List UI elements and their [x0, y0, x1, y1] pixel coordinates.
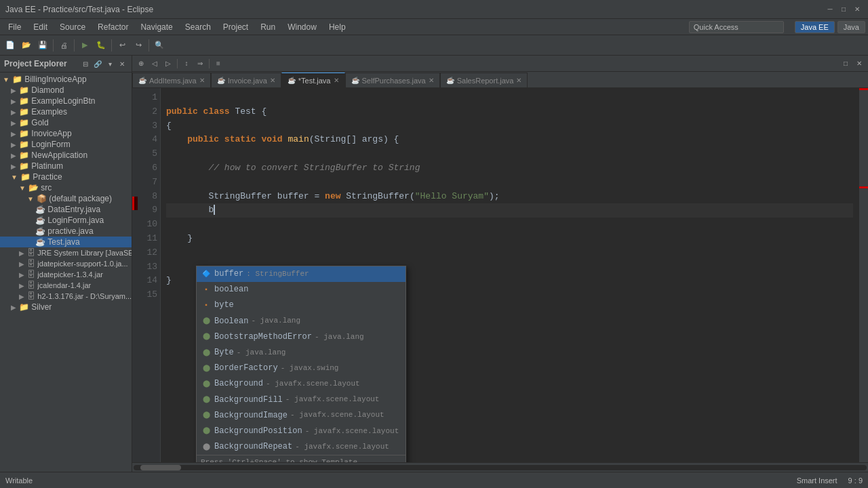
tree-item-test-java[interactable]: ☕ Test.java [0, 237, 132, 247]
editor-max-btn[interactable]: □ [840, 58, 852, 70]
undo-button[interactable]: ↩ [115, 38, 130, 53]
editor-btn-1[interactable]: ⊕ [135, 58, 147, 70]
minimize-button[interactable]: ─ [825, 4, 835, 15]
tree-item-practice[interactable]: ▼ 📁 Practice [0, 171, 132, 182]
horizontal-scrollbar[interactable] [132, 462, 868, 472]
ac-item-buffer[interactable]: 🔷 buffer : StringBuffer [197, 266, 406, 282]
ac-item-boolean-class[interactable]: ⬤ Boolean - java.lang [197, 314, 406, 329]
print-button[interactable]: 🖨 [56, 38, 71, 53]
editor-close-btn[interactable]: ✕ [853, 58, 865, 70]
tree-item-default-package[interactable]: ▼ 📦 (default package) [0, 193, 132, 204]
tree-item-loginform-java[interactable]: ☕ LoginForm.java [0, 215, 132, 226]
save-button[interactable]: 💾 [35, 38, 50, 53]
ac-class-backgroundfill-pkg: - javafx.scene.layout [285, 394, 380, 406]
ac-item-background[interactable]: ⬤ Background - javafx.scene.layout [197, 376, 406, 392]
ac-item-bootstrapmethoderror[interactable]: ⬤ BootstrapMethodError - java.lang [197, 329, 406, 345]
ac-item-byte-prim[interactable]: ▪ byte [197, 298, 406, 313]
close-tab-salesreport[interactable]: ✕ [516, 77, 521, 84]
ac-class-icon-2: ⬤ [201, 331, 212, 342]
ac-var-icon: 🔷 [201, 269, 212, 280]
ed-sep-1 [177, 59, 178, 68]
tree-item-silver[interactable]: ▶ 📁 Silver [0, 302, 132, 312]
pe-menu-button[interactable]: ▾ [104, 58, 115, 69]
close-button[interactable]: ✕ [852, 4, 863, 15]
ac-item-backgroundfill[interactable]: ⬤ BackgroundFill - javafx.scene.layout [197, 392, 406, 408]
close-tab-selfpurchases[interactable]: ✕ [429, 77, 434, 84]
menu-project[interactable]: Project [218, 21, 254, 33]
tree-item-newapplication[interactable]: ▶ 📁 NewApplication [0, 150, 132, 161]
menu-file[interactable]: File [3, 21, 26, 33]
right-margin [859, 88, 868, 462]
tab-test[interactable]: ☕ *Test.java ✕ [281, 73, 345, 87]
menu-refactor[interactable]: Refactor [92, 21, 134, 33]
tree-item-jre[interactable]: ▶ 🗄 JRE System Library [JavaSE-...] [0, 247, 132, 258]
editor-btn-2[interactable]: ◁ [149, 58, 161, 70]
ac-item-backgroundimage[interactable]: ⬤ BackgroundImage - javafx.scene.layout [197, 408, 406, 424]
ac-class-boolean: Boolean [214, 315, 248, 328]
ac-class-byte: Byte [214, 346, 234, 359]
code-line-9: b [166, 203, 853, 218]
redo-button[interactable]: ↪ [131, 38, 146, 53]
pe-close-button[interactable]: ✕ [117, 58, 127, 69]
ac-item-byte-class[interactable]: ⬤ Byte - java.lang [197, 345, 406, 361]
close-tab-invoice[interactable]: ✕ [270, 77, 275, 84]
tree-item-platinum[interactable]: ▶ 📁 Platinum [0, 161, 132, 171]
tree-item-jdatepicker-support[interactable]: ▶ 🗄 jdatepicker-support-1.0.ja... [0, 258, 132, 269]
tree-item-loginform[interactable]: ▶ 📁 LoginForm [0, 139, 132, 150]
ac-footer: Press 'Ctrl+Space' to show Template Prop… [197, 455, 406, 462]
debug-button[interactable]: 🐛 [94, 38, 108, 53]
close-tab-additems[interactable]: ✕ [199, 77, 205, 84]
code-line-12 [166, 246, 853, 260]
ac-item-borderfactory[interactable]: ⬤ BorderFactory - javax.swing [197, 361, 406, 376]
tree-item-examples[interactable]: ▶ 📁 Examples [0, 106, 132, 117]
editor-btn-5[interactable]: ⇒ [194, 58, 206, 70]
tree-item-h2[interactable]: ▶ 🗄 h2-1.3.176.jar - D:\Suryam... [0, 291, 132, 302]
tree-item-diamond[interactable]: ▶ 📁 Diamond [0, 85, 132, 96]
ac-class-backgroundposition: BackgroundPosition [214, 425, 302, 438]
ac-item-backgroundposition[interactable]: ⬤ BackgroundPosition - javafx.scene.layo… [197, 424, 406, 439]
link-editor-button[interactable]: 🔗 [92, 58, 103, 69]
menu-help[interactable]: Help [323, 21, 351, 33]
new-button[interactable]: 📄 [3, 38, 18, 53]
code-line-1 [166, 91, 853, 105]
editor-btn-4[interactable]: ↕ [180, 58, 193, 70]
tree-item-billinginvoiceapp[interactable]: ▼ 📁 BillingInvoiceApp [0, 74, 132, 85]
tree-item-inoviceapp[interactable]: ▶ 📁 InoviceApp [0, 128, 132, 139]
tab-invoice[interactable]: ☕ Invoice.java ✕ [211, 73, 281, 87]
scroll-thumb[interactable] [140, 465, 181, 470]
code-editor[interactable]: public class Test { { public static void… [161, 88, 859, 462]
search-toolbar-button[interactable]: 🔍 [152, 38, 167, 53]
tree-item-practive[interactable]: ☕ practive.java [0, 226, 132, 237]
quick-access-input[interactable]: Quick Access [689, 21, 784, 33]
tree-item-gold[interactable]: ▶ 📁 Gold [0, 117, 132, 128]
tree-item-jcalendar[interactable]: ▶ 🗄 jcalendar-1.4.jar [0, 280, 132, 291]
tree-item-dataentry[interactable]: ☕ DataEntry.java [0, 204, 132, 215]
menu-search[interactable]: Search [180, 21, 216, 33]
tab-salesreport[interactable]: ☕ SalesReport.java ✕ [440, 73, 528, 87]
ac-item-backgroundrepeat[interactable]: ⬤ BackgroundRepeat - javafx.scene.layout [197, 439, 406, 455]
ac-class-border-pkg: - javax.swing [281, 363, 339, 375]
run-button[interactable]: ▶ [77, 38, 92, 53]
menu-window[interactable]: Window [282, 21, 322, 33]
menu-source[interactable]: Source [54, 21, 91, 33]
editor-btn-3[interactable]: ▷ [162, 58, 174, 70]
perspective-java[interactable]: Java [837, 21, 865, 33]
tree-item-jdatepicker[interactable]: ▶ 🗄 jdatepicker-1.3.4.jar [0, 269, 132, 280]
maximize-button[interactable]: □ [838, 4, 849, 15]
tab-additems[interactable]: ☕ AddItems.java ✕ [132, 73, 211, 87]
editor-btn-6[interactable]: ≡ [212, 58, 224, 70]
ac-item-boolean-prim[interactable]: ▪ boolean [197, 282, 406, 298]
perspective-javaee[interactable]: Java EE [795, 21, 835, 33]
open-button[interactable]: 📂 [19, 38, 34, 53]
close-tab-test[interactable]: ✕ [334, 77, 339, 84]
left-margin [132, 88, 138, 462]
tree-item-src[interactable]: ▼ 📂 src [0, 182, 132, 193]
menu-run[interactable]: Run [255, 21, 281, 33]
tab-selfpurchases[interactable]: ☕ SelfPurchases.java ✕ [345, 73, 440, 87]
collapse-all-button[interactable]: ⊟ [80, 58, 91, 69]
menu-navigate[interactable]: Navigate [135, 21, 178, 33]
scroll-track[interactable] [134, 465, 867, 470]
tree-item-exampleloginbtn[interactable]: ▶ 📁 ExampleLoginBtn [0, 96, 132, 106]
menu-edit[interactable]: Edit [28, 21, 53, 33]
error-marker-1 [859, 88, 868, 90]
